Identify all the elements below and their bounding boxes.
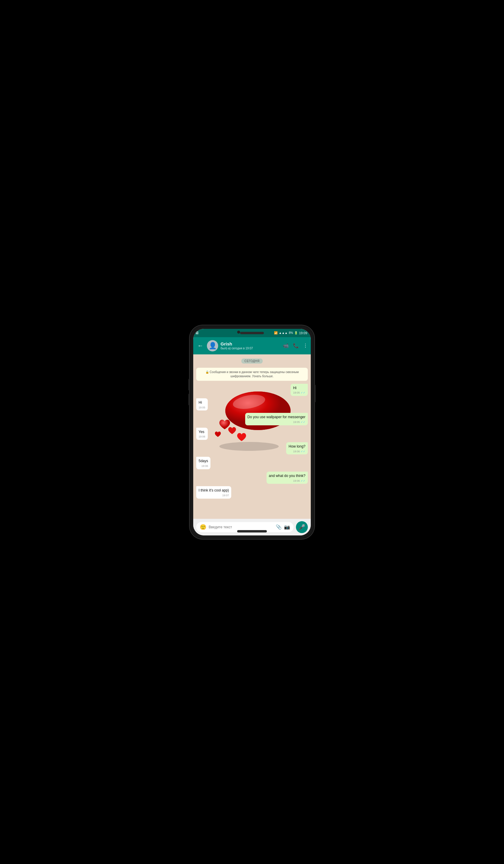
avatar[interactable]: 👤 [207, 340, 218, 351]
chat-messages: СЕГОДНЯ 🔒 Сообщения и звонки в данном ча… [193, 355, 311, 502]
power-button [314, 385, 315, 403]
front-camera [237, 331, 240, 334]
signal-icon: ▲▲▲ [279, 331, 288, 335]
back-button[interactable]: ← [196, 341, 204, 350]
bubble-meta: 19:06 [199, 435, 205, 439]
message-text: and what do you think? [269, 474, 305, 478]
bubble-received: Hi 19:05 [196, 398, 208, 410]
bubble-meta: 19:05 ✓✓ [293, 391, 305, 395]
bubble-sent: Hi 19:05 ✓✓ [291, 384, 308, 396]
message-row: Yes 19:06 [196, 428, 308, 440]
bubble-meta: 19:05 ✓✓ [248, 420, 305, 424]
bubble-meta: 19:06 [199, 464, 208, 468]
phone-screen: 🖼 📶 ▲▲▲ 8% 🔋 19:09 ← 👤 Grish был(-а) сег… [193, 329, 311, 536]
message-time: 19:05 [199, 406, 205, 410]
bubble-sent: Do you use wallpaper for messenger 19:05… [245, 413, 308, 425]
header-actions: 📹 📞 ⋮ [283, 343, 308, 348]
battery-level: 8% [289, 331, 293, 335]
message-time: 19:06 [199, 435, 205, 439]
input-area: 🙂 📎 📷 🎤 [193, 519, 311, 536]
attach-button[interactable]: 📎 [276, 524, 282, 530]
message-text: How long? [288, 444, 305, 448]
message-row: Hi 19:05 ✓✓ [196, 384, 308, 396]
chat-header: ← 👤 Grish был(-а) сегодня в 19:07 📹 📞 ⋮ [193, 337, 311, 355]
message-text: Hi [293, 386, 296, 390]
contact-info: Grish был(-а) сегодня в 19:07 [220, 341, 280, 350]
bubble-meta: 19:05 [199, 406, 205, 410]
status-left: 🖼 [196, 331, 199, 335]
read-receipt: ✓✓ [301, 479, 305, 483]
bubble-received: Yes 19:06 [196, 428, 208, 440]
mic-button[interactable]: 🎤 [296, 521, 308, 533]
phone-device: 🖼 📶 ▲▲▲ 8% 🔋 19:09 ← 👤 Grish был(-а) сег… [190, 325, 314, 539]
battery-icon: 🔋 [294, 331, 298, 335]
volume-down-button [189, 394, 190, 406]
message-time: 19:05 [293, 420, 300, 424]
more-options-button[interactable]: ⋮ [303, 343, 308, 348]
contact-name: Grish [220, 341, 280, 347]
volume-up-button [189, 379, 190, 391]
status-time: 19:09 [299, 331, 307, 335]
status-right: 📶 ▲▲▲ 8% 🔋 19:09 [274, 331, 307, 335]
message-row: Do you use wallpaper for messenger 19:05… [196, 413, 308, 425]
read-receipt: ✓✓ [301, 391, 305, 395]
message-time: 19:06 [293, 479, 300, 483]
message-text: I think it's cool app) [199, 488, 229, 492]
read-receipt: ✓✓ [301, 420, 305, 424]
bubble-received: I think it's cool app) 19:07 [196, 486, 231, 498]
bubble-meta: 19:06 ✓✓ [269, 479, 305, 483]
read-receipt: ✓✓ [301, 450, 305, 454]
message-time: 19:06 [202, 464, 208, 468]
wifi-icon: 📶 [274, 331, 277, 335]
message-time: 19:05 [293, 391, 300, 395]
message-row: How long? 19:06 ✓✓ [196, 442, 308, 454]
avatar-icon: 👤 [209, 342, 217, 350]
message-text: 5days [199, 459, 208, 463]
date-badge: СЕГОДНЯ [241, 359, 262, 363]
bubble-sent: and what do you think? 19:06 ✓✓ [266, 472, 308, 484]
message-input-container[interactable]: 🙂 📎 📷 [196, 522, 293, 532]
bubble-sent: How long? 19:06 ✓✓ [286, 442, 308, 454]
video-call-button[interactable]: 📹 [283, 343, 289, 348]
message-time: 19:06 [293, 450, 300, 454]
message-row: and what do you think? 19:06 ✓✓ [196, 472, 308, 484]
message-row: Hi 19:05 [196, 398, 308, 410]
message-text: Do you use wallpaper for messenger [248, 415, 305, 419]
chat-area: СЕГОДНЯ 🔒 Сообщения и звонки в данном ча… [193, 355, 311, 519]
bubble-received: 5days 19:06 [196, 457, 211, 469]
bubble-meta: 19:06 ✓✓ [288, 450, 305, 454]
message-row: 5days 19:06 [196, 457, 308, 469]
notification-icon: 🖼 [196, 331, 199, 335]
message-text: Hi [199, 400, 202, 405]
contact-status: был(-а) сегодня в 19:07 [220, 347, 280, 350]
camera-button[interactable]: 📷 [284, 524, 290, 530]
message-time: 19:07 [222, 494, 229, 497]
encryption-notice: 🔒 Сообщения и звонки в данном чате тепер… [196, 368, 308, 381]
bubble-meta: 19:07 [199, 494, 229, 497]
phone-call-button[interactable]: 📞 [293, 343, 299, 348]
emoji-button[interactable]: 🙂 [200, 524, 206, 530]
message-text: Yes [199, 430, 204, 434]
message-row: I think it's cool app) 19:07 [196, 486, 308, 498]
status-bar: 🖼 📶 ▲▲▲ 8% 🔋 19:09 [193, 329, 311, 337]
message-input[interactable] [209, 525, 273, 529]
